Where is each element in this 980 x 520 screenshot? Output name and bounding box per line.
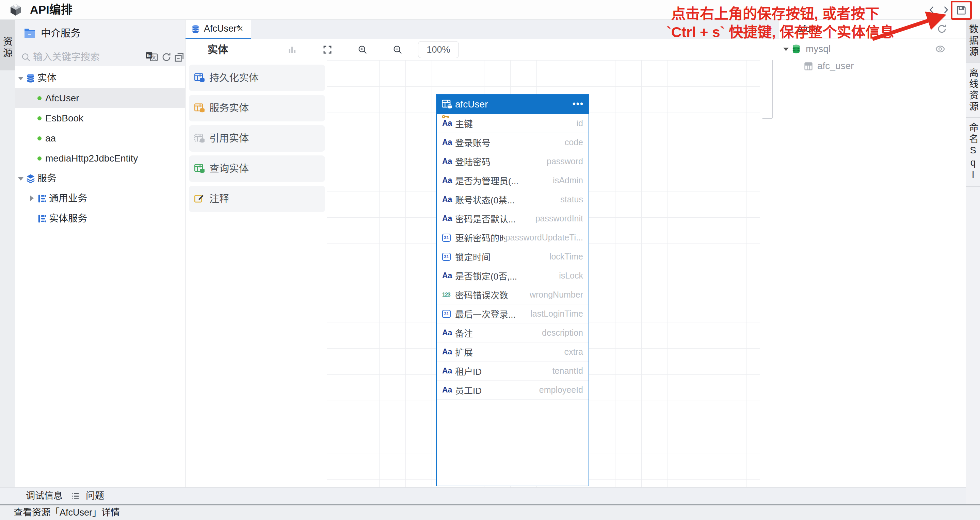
- more-menu-icon[interactable]: •••: [573, 95, 584, 114]
- service-flow-icon: [37, 193, 47, 204]
- field-row-tenantid[interactable]: Aa 租户ID tenantId: [437, 361, 589, 380]
- text-icon: Aa: [442, 157, 455, 165]
- tab-label: AfcUser*: [204, 19, 240, 38]
- folder-icon: [24, 27, 36, 39]
- field-row-locktime[interactable]: 31 锁定时间 lockTime: [437, 247, 589, 266]
- mysql-database-icon: [791, 44, 802, 54]
- tree-item-aa[interactable]: aa: [15, 128, 185, 148]
- table-icon: [804, 62, 813, 71]
- entity-palette: 持久化实体 服务实体 引用实体 查询实体 注释: [186, 60, 327, 487]
- tree-group-services[interactable]: 服务: [15, 168, 185, 189]
- chevron-down-icon[interactable]: [783, 48, 789, 51]
- palette-item-persistent-entity[interactable]: 持久化实体: [189, 65, 325, 91]
- status-bar: 查看资源「AfcUser」详情: [0, 504, 980, 520]
- palette-item-comment[interactable]: 注释: [189, 186, 325, 212]
- palette-item-query-entity[interactable]: 查询实体: [189, 155, 325, 182]
- date-icon: 31: [442, 234, 455, 242]
- database-icon: [25, 73, 36, 83]
- tree-group-entities[interactable]: 实体: [15, 68, 185, 88]
- tab-named-sql[interactable]: 命名Sql: [966, 118, 980, 187]
- date-icon: 31: [442, 253, 455, 261]
- service-flow-icon: [37, 214, 47, 224]
- field-row-status[interactable]: Aa 账号状态(0禁... status: [437, 190, 589, 209]
- field-row-passwordupdatetime[interactable]: 31 更新密码的时间 passwordUpdateTi...: [437, 228, 589, 247]
- tree-item-esbbook[interactable]: EsbBook: [15, 108, 185, 128]
- text-icon: Aa: [442, 176, 455, 184]
- field-row-id[interactable]: Aa 主键 id: [437, 114, 589, 133]
- tab-afcuser[interactable]: AfcUser* ×: [186, 19, 251, 39]
- field-row-wrongnumber[interactable]: 123 密码错误次数 wrongNumber: [437, 285, 589, 304]
- entity-status-dot: [37, 96, 41, 100]
- tree-group-label: 服务: [37, 168, 57, 189]
- tab-datasource[interactable]: 数据源: [966, 19, 980, 63]
- sidebar-search-row: 文 En: [15, 48, 185, 66]
- collapse-all-icon[interactable]: [174, 52, 185, 63]
- tree-item-mediahttp2jdbcentity[interactable]: mediaHttp2JdbcEntity: [15, 148, 185, 168]
- text-icon: Aa: [442, 138, 455, 146]
- entity-status-dot: [37, 157, 41, 160]
- tree-item-entity-service[interactable]: 实体服务: [15, 208, 185, 228]
- app-logo-icon: [9, 3, 22, 17]
- problems-list-icon[interactable]: [71, 493, 80, 500]
- activity-tab-resources[interactable]: 资源: [0, 19, 15, 70]
- text-icon: Aa: [442, 386, 455, 394]
- field-row-isadmin[interactable]: Aa 是否为管理员(... isAdmin: [437, 171, 589, 190]
- table-db-icon: [194, 103, 205, 113]
- service-name: 中介服务: [41, 19, 80, 48]
- status-message: 查看资源「AfcUser」详情: [14, 506, 120, 520]
- entity-status-dot: [37, 116, 41, 120]
- search-input[interactable]: [32, 50, 143, 65]
- field-row-extra[interactable]: Aa 扩展 extra: [437, 342, 589, 361]
- chevron-down-icon[interactable]: [18, 177, 24, 181]
- entity-card-header[interactable]: afcUser •••: [437, 95, 589, 114]
- save-icon: [955, 4, 967, 16]
- fit-screen-icon[interactable]: [322, 44, 332, 55]
- field-row-password[interactable]: Aa 登陆密码 password: [437, 152, 589, 171]
- date-icon: 31: [442, 310, 455, 318]
- tree-item-afcuser[interactable]: AfcUser: [15, 88, 185, 108]
- field-row-islock[interactable]: Aa 是否锁定(0否,... isLock: [437, 266, 589, 285]
- close-icon[interactable]: ×: [237, 19, 243, 38]
- tree-group-label: 实体: [37, 68, 57, 88]
- activity-bar: 资源: [0, 19, 15, 487]
- annotation-line2: `Ctrl + s` 快捷键, 保存整个实体信息: [667, 21, 894, 41]
- zoom-in-icon[interactable]: [357, 44, 368, 55]
- translate-icon[interactable]: 文 En: [145, 52, 158, 63]
- chart-icon: [287, 44, 297, 55]
- debug-info-tab[interactable]: 调试信息: [26, 488, 63, 504]
- text-icon: Aa: [442, 272, 455, 279]
- resource-tree: 实体 AfcUser EsbBook aa mediaHttp2JdbcEnti…: [15, 68, 185, 228]
- svg-text:文: 文: [152, 55, 156, 60]
- text-icon: Aa: [442, 215, 455, 222]
- primary-key-icon: Aa: [442, 119, 455, 127]
- tab-offline-resources[interactable]: 离线资源: [966, 63, 980, 118]
- canvas-toolbar: 实体 100%: [186, 39, 779, 60]
- table-db-icon: [194, 133, 205, 144]
- vertical-scrollbar[interactable]: [762, 60, 773, 119]
- number-icon: 123: [442, 292, 455, 298]
- field-row-code[interactable]: Aa 登录账号 code: [437, 133, 589, 152]
- field-row-description[interactable]: Aa 备注 description: [437, 323, 589, 342]
- svg-text:En: En: [147, 53, 151, 57]
- datasource-table-afc-user[interactable]: afc_user: [779, 57, 966, 75]
- chevron-right-icon[interactable]: [30, 195, 34, 201]
- field-row-lastlogintime[interactable]: 31 最后一次登录... lastLoginTime: [437, 304, 589, 323]
- field-row-employeeid[interactable]: Aa 员工ID employeeId: [437, 380, 589, 400]
- problems-tab[interactable]: 问题: [86, 488, 104, 504]
- palette-item-reference-entity[interactable]: 引用实体: [189, 125, 325, 152]
- tree-item-general-business[interactable]: 通用业务: [15, 189, 185, 208]
- resource-sidebar: 中介服务 文 En 实体: [15, 19, 186, 487]
- palette-item-service-entity[interactable]: 服务实体: [189, 95, 325, 121]
- zoom-out-icon[interactable]: [393, 44, 402, 55]
- database-icon: [191, 24, 200, 34]
- note-icon: [194, 194, 205, 204]
- text-icon: Aa: [442, 195, 455, 203]
- text-icon: Aa: [442, 367, 455, 375]
- text-icon: Aa: [442, 348, 455, 356]
- refresh-icon[interactable]: [161, 52, 172, 63]
- entity-card-afcuser[interactable]: afcUser ••• Aa 主键 id Aa 登录账号 code Aa: [436, 94, 589, 486]
- zoom-level[interactable]: 100%: [418, 41, 459, 58]
- chevron-down-icon[interactable]: [18, 77, 24, 80]
- field-row-passwordinit[interactable]: Aa 密码是否默认... passwordInit: [437, 209, 589, 228]
- diagram-canvas[interactable]: 持久化实体 服务实体 引用实体 查询实体 注释: [186, 60, 779, 487]
